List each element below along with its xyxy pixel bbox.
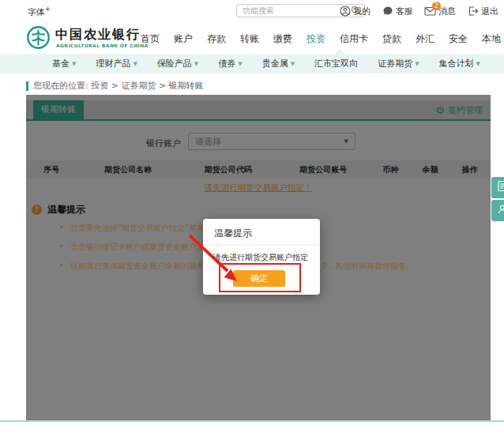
nav-item-transfer[interactable]: 转账	[240, 32, 259, 46]
breadcrumb-bar	[26, 81, 28, 91]
investment-subnav: 基金▼ 理财产品▼ 保险产品▼ 债券▼ 贵金属▼ 汇市宝双向 证券期货▼ 集合计…	[0, 54, 504, 73]
my-profile-label: 我的	[353, 6, 370, 17]
service-person-icon	[497, 203, 504, 218]
nav-item-local[interactable]: 本地	[482, 32, 501, 46]
nav-item-deposits[interactable]: 存款	[207, 32, 226, 46]
caret-down-icon: ▼	[194, 61, 198, 67]
messages-link[interactable]: 2 消息	[424, 6, 456, 17]
logout-link[interactable]: 退出	[467, 6, 498, 17]
nav-item-credit-card[interactable]: 信用卡	[340, 32, 368, 46]
top-utility-bar: 字体+ 我的 客服 2	[0, 0, 504, 23]
breadcrumb-text: 您现在的位置: 投资 > 证券期货 > 银期转账	[33, 80, 204, 92]
customer-service-label: 客服	[396, 6, 413, 17]
bank-name-english: AGRICULTURAL BANK OF CHINA	[56, 43, 149, 48]
floating-service-button[interactable]	[491, 200, 504, 221]
service-bubble-icon	[382, 6, 393, 17]
subnav-label: 基金	[52, 58, 70, 70]
nav-item-payments[interactable]: 缴费	[273, 32, 292, 46]
font-plus: +	[45, 6, 51, 13]
logout-label: 退出	[481, 6, 498, 17]
message-icon: 2	[424, 6, 436, 17]
caret-down-icon: ▼	[72, 61, 76, 67]
subnav-notch	[335, 49, 344, 54]
subnav-item-insurance[interactable]: 保险产品▼	[157, 58, 198, 70]
font-size-control[interactable]: 字体+	[28, 6, 51, 18]
bank-name: 中国农业银行	[55, 27, 141, 43]
caret-down-icon: ▼	[476, 61, 480, 67]
subnav-label: 理财产品	[96, 58, 130, 70]
subnav-item-precious-metals[interactable]: 贵金属▼	[262, 58, 295, 70]
font-label: 字体	[28, 7, 45, 17]
nav-item-accounts[interactable]: 账户	[174, 32, 193, 46]
user-icon	[339, 6, 351, 17]
subnav-item-bonds[interactable]: 债券▼	[218, 58, 242, 70]
logout-icon	[467, 6, 479, 17]
banking-page: 字体+ 我的 客服 2	[0, 0, 504, 429]
caret-down-icon: ▼	[291, 61, 295, 67]
caret-down-icon: ▼	[238, 61, 242, 67]
subnav-label: 汇市宝双向	[314, 58, 358, 70]
nav-item-loans[interactable]: 贷款	[382, 32, 401, 46]
subnav-item-collective-plan[interactable]: 集合计划▼	[439, 58, 480, 70]
nav-item-home[interactable]: 首页	[141, 32, 160, 46]
my-profile-link[interactable]: 我的	[339, 6, 370, 17]
messages-label: 消息	[438, 6, 456, 17]
main-nav: 首页 账户 存款 转账 缴费 投资 信用卡 贷款 外汇 安全 本地	[141, 32, 501, 46]
subnav-item-wealth-products[interactable]: 理财产品▼	[96, 58, 137, 70]
document-icon	[497, 180, 504, 195]
top-links: 我的 客服 2 消息 退出	[339, 0, 498, 22]
subnav-item-funds[interactable]: 基金▼	[52, 58, 76, 70]
subnav-label: 债券	[218, 58, 235, 70]
message-count-badge: 2	[432, 2, 441, 10]
customer-service-link[interactable]: 客服	[382, 6, 413, 17]
brand-row: 中国农业银行 AGRICULTURAL BANK OF CHINA 首页 账户 …	[0, 22, 504, 54]
abc-bank-logo-icon	[26, 25, 51, 53]
annotation-arrow	[180, 228, 243, 289]
caret-down-icon: ▼	[133, 61, 137, 67]
subnav-label: 证券期货	[378, 58, 412, 70]
subnav-label: 集合计划	[439, 58, 474, 70]
subnav-item-securities-futures[interactable]: 证券期货▼	[378, 58, 419, 70]
nav-item-investment[interactable]: 投资	[307, 32, 325, 46]
breadcrumb: 您现在的位置: 投资 > 证券期货 > 银期转账	[26, 80, 204, 92]
nav-item-security[interactable]: 安全	[449, 32, 468, 46]
search-input[interactable]	[241, 6, 351, 16]
page-bottom-divider	[0, 420, 504, 422]
subnav-item-fx-two-way[interactable]: 汇市宝双向	[314, 58, 358, 70]
subnav-label: 贵金属	[262, 58, 288, 70]
subnav-label: 保险产品	[157, 58, 192, 70]
floating-form-button[interactable]	[491, 177, 504, 198]
caret-down-icon: ▼	[415, 61, 419, 67]
nav-item-forex[interactable]: 外汇	[416, 32, 434, 46]
floating-side-toolbar	[491, 177, 504, 221]
